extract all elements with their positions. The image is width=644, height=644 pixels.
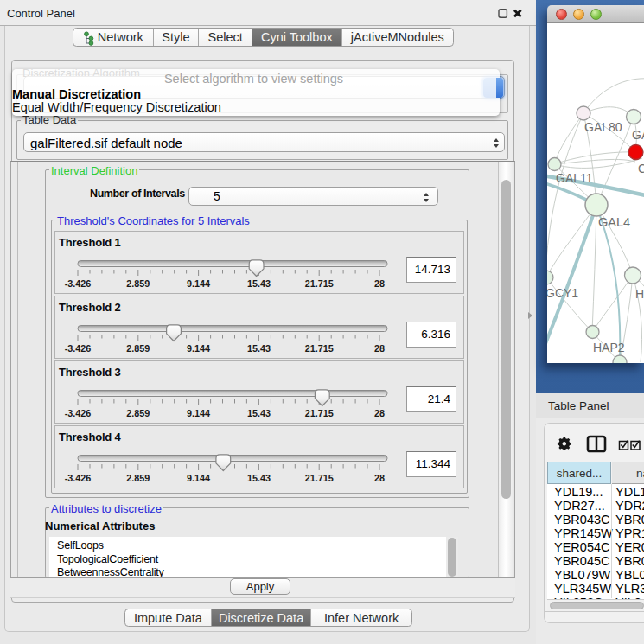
- svg-text:GAL11: GAL11: [556, 171, 593, 185]
- svg-text:9.144: 9.144: [187, 278, 210, 289]
- svg-text:-3.426: -3.426: [65, 473, 92, 483]
- svg-text:21.715: 21.715: [305, 278, 334, 289]
- svg-text:-3.426: -3.426: [65, 278, 92, 289]
- svg-text:28: 28: [374, 278, 385, 289]
- svg-text:21.715: 21.715: [305, 343, 334, 354]
- svg-text:28: 28: [374, 408, 385, 418]
- svg-text:GAL4: GAL4: [598, 215, 630, 229]
- svg-text:2.859: 2.859: [126, 278, 150, 289]
- svg-text:2.859: 2.859: [126, 473, 150, 483]
- svg-text:9.144: 9.144: [187, 343, 210, 354]
- svg-text:15.43: 15.43: [247, 343, 271, 354]
- svg-text:-3.426: -3.426: [65, 408, 92, 418]
- svg-text:15.43: 15.43: [247, 278, 271, 289]
- svg-text:C: C: [638, 162, 644, 175]
- svg-text:-3.426: -3.426: [65, 343, 92, 354]
- svg-text:GAL80: GAL80: [584, 120, 622, 134]
- svg-text:9.144: 9.144: [187, 473, 210, 483]
- svg-text:15.43: 15.43: [247, 408, 271, 418]
- svg-text:9.144: 9.144: [187, 408, 210, 418]
- svg-text:28: 28: [374, 343, 385, 354]
- svg-text:21.715: 21.715: [305, 473, 334, 483]
- svg-text:15.43: 15.43: [247, 473, 271, 483]
- svg-text:GA: GA: [632, 128, 644, 142]
- svg-text:2.859: 2.859: [126, 408, 150, 418]
- svg-text:21.715: 21.715: [305, 408, 334, 418]
- svg-text:2.859: 2.859: [126, 343, 150, 354]
- svg-text:HAP2: HAP2: [593, 341, 625, 354]
- svg-text:28: 28: [374, 473, 385, 483]
- svg-text:H: H: [635, 287, 644, 301]
- svg-text:GCY1: GCY1: [547, 286, 578, 300]
